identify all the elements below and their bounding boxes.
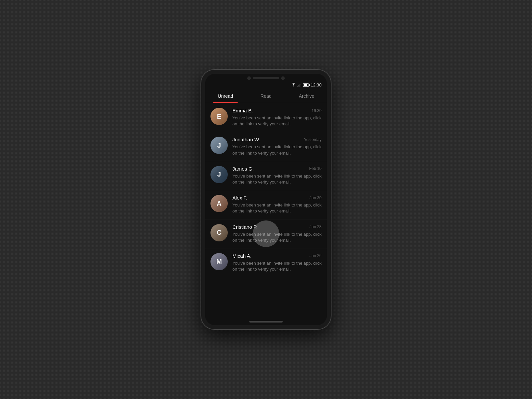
message-preview: You've been sent an invite link to the a… — [232, 260, 322, 272]
avatar: J — [210, 166, 228, 183]
phone-speaker — [253, 77, 279, 79]
avatar: A — [210, 195, 228, 212]
signal-icon — [298, 83, 301, 87]
messages-list: EEmma B.19:30You've been sent an invite … — [205, 103, 327, 318]
message-header: James G.Feb 10 — [232, 166, 322, 172]
tabs-container: Unread Read Archive — [205, 89, 327, 103]
home-indicator — [249, 321, 283, 323]
message-item[interactable]: JJonathan W.YesterdayYou've been sent an… — [205, 132, 327, 161]
status-time: 12:30 — [311, 82, 322, 87]
message-header: Micah A.Jan 26 — [232, 253, 322, 259]
tab-archive[interactable]: Archive — [286, 89, 327, 103]
phone-bottom — [205, 318, 327, 325]
message-preview: You've been sent an invite link to the a… — [232, 231, 322, 243]
sender-name: Cristiano P. — [232, 224, 258, 230]
phone-camera — [247, 76, 251, 80]
sender-name: Jonathan W. — [232, 137, 260, 142]
sender-name: Emma B. — [232, 108, 253, 113]
message-time: Yesterday — [304, 137, 322, 142]
sender-name: James G. — [232, 166, 254, 172]
message-content: Micah A.Jan 26You've been sent an invite… — [232, 253, 322, 272]
tab-unread[interactable]: Unread — [205, 89, 246, 103]
message-item[interactable]: MMicah A.Jan 26You've been sent an invit… — [205, 248, 327, 277]
wifi-icon — [291, 83, 296, 87]
message-time: Jan 28 — [310, 224, 322, 229]
message-header: Cristiano P.Jan 28 — [232, 224, 322, 230]
phone-screen: 12:30 Unread Read Archive EEmma B.19:30Y… — [205, 74, 327, 325]
avatar: E — [210, 108, 228, 125]
message-preview: You've been sent an invite link to the a… — [232, 144, 322, 156]
message-preview: You've been sent an invite link to the a… — [232, 202, 322, 214]
tab-read[interactable]: Read — [246, 89, 286, 103]
message-content: Jonathan W.YesterdayYou've been sent an … — [232, 137, 322, 156]
sender-name: Micah A. — [232, 253, 252, 259]
message-content: Emma B.19:30You've been sent an invite l… — [232, 108, 322, 127]
phone-device: 12:30 Unread Read Archive EEmma B.19:30Y… — [201, 70, 331, 329]
avatar: J — [210, 137, 228, 154]
message-time: 19:30 — [312, 108, 322, 113]
message-item[interactable]: CCristiano P.Jan 28You've been sent an i… — [205, 219, 327, 248]
message-content: Cristiano P.Jan 28You've been sent an in… — [232, 224, 322, 243]
message-header: Emma B.19:30 — [232, 108, 322, 113]
message-item[interactable]: AAlex F.Jan 30You've been sent an invite… — [205, 190, 327, 219]
message-time: Jan 26 — [310, 253, 322, 258]
phone-camera-2 — [281, 76, 285, 80]
battery-icon — [303, 83, 309, 87]
message-header: Alex F.Jan 30 — [232, 195, 322, 200]
message-content: James G.Feb 10You've been sent an invite… — [232, 166, 322, 185]
message-preview: You've been sent an invite link to the a… — [232, 173, 322, 185]
avatar: C — [210, 224, 228, 241]
message-time: Feb 10 — [309, 166, 322, 171]
message-item[interactable]: EEmma B.19:30You've been sent an invite … — [205, 103, 327, 132]
message-preview: You've been sent an invite link to the a… — [232, 115, 322, 127]
status-icons: 12:30 — [291, 82, 322, 87]
sender-name: Alex F. — [232, 195, 247, 200]
status-bar: 12:30 — [205, 81, 327, 89]
avatar: M — [210, 253, 228, 270]
message-item[interactable]: JJames G.Feb 10You've been sent an invit… — [205, 161, 327, 190]
phone-top-hardware — [205, 74, 327, 81]
message-time: Jan 30 — [310, 196, 322, 200]
message-header: Jonathan W.Yesterday — [232, 137, 322, 142]
message-content: Alex F.Jan 30You've been sent an invite … — [232, 195, 322, 214]
